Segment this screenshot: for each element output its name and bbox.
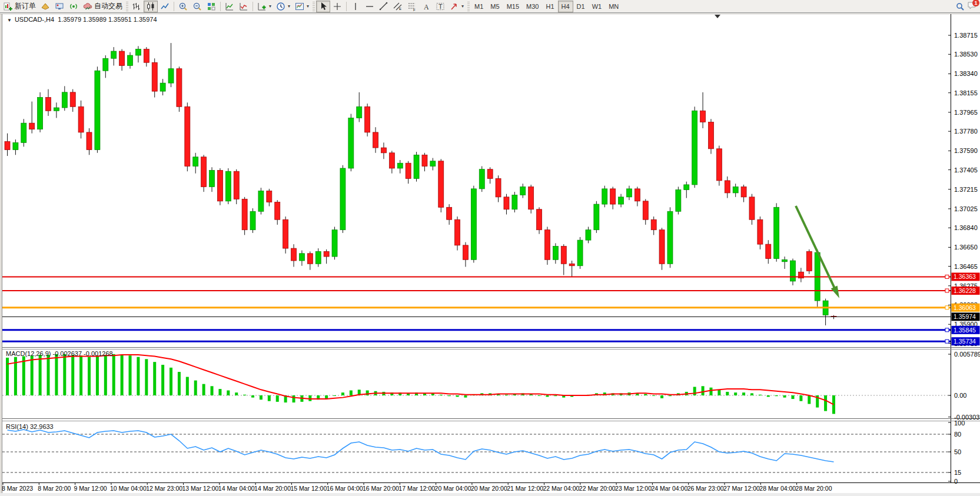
panel-borders <box>0 14 980 496</box>
price-line-support-blue-2[interactable]: 1.35734 <box>2 337 980 345</box>
search-icon <box>955 2 965 11</box>
chevron-down-icon: ▾ <box>288 4 290 9</box>
fibonacci-tool-button[interactable]: F <box>405 1 419 12</box>
vertical-line-icon <box>351 2 360 11</box>
timeframe-h4-button[interactable]: H4 <box>558 1 573 12</box>
horizontal-line-tool-button[interactable] <box>363 1 377 12</box>
time-axis-label: 15 Mar 12:00 <box>290 485 327 492</box>
history-center-button[interactable] <box>38 1 52 12</box>
auto-scroll-icon <box>225 2 234 11</box>
time-axis-label: 22 Mar 04:00 <box>543 485 580 492</box>
svg-text:E: E <box>399 7 401 11</box>
timeframe-m15-button[interactable]: M15 <box>503 1 523 12</box>
price-tick-label: 1.38530 <box>954 51 978 58</box>
price-tick-label: 1.37965 <box>954 109 978 116</box>
price-tick-label: 1.38715 <box>954 32 978 39</box>
bar-chart-button[interactable] <box>129 1 144 12</box>
macd-panel: 0.0057890.00-0.003039 <box>2 351 980 421</box>
signals-button[interactable] <box>67 1 81 12</box>
arrow-tool-icon <box>450 2 459 11</box>
tile-windows-button[interactable] <box>204 1 218 12</box>
time-axis-label: 26 Mar 23:00 <box>687 485 724 492</box>
ohlc-values: 1.35979 1.35989 1.35951 1.35974 <box>58 16 157 23</box>
candles <box>5 43 836 325</box>
svg-text:1.35845: 1.35845 <box>954 327 976 334</box>
rsi-label: RSI(14) <box>6 423 28 430</box>
timeframe-mn-button[interactable]: MN <box>605 1 622 12</box>
time-axis-label: 24 Mar 04:00 <box>651 485 687 492</box>
arrows-tool-button[interactable]: ▾ <box>447 1 466 12</box>
chevron-down-icon: ▾ <box>461 4 464 9</box>
line-handle[interactable] <box>945 289 949 292</box>
text-tool-button[interactable]: A <box>419 1 433 12</box>
line-handle[interactable] <box>945 275 949 278</box>
equidistant-channel-icon: E <box>393 2 403 11</box>
price-line-support-orange[interactable]: 1.36063 <box>2 304 980 312</box>
new-order-button[interactable]: 新订单 <box>1 1 38 12</box>
toolbar-grip <box>313 2 315 11</box>
vertical-line-tool-button[interactable] <box>348 1 363 12</box>
text-icon: A <box>421 2 431 11</box>
svg-text:1.35974: 1.35974 <box>954 313 976 320</box>
rsi-scale-label: 15 <box>954 469 961 476</box>
market-watch-button[interactable] <box>52 1 67 12</box>
price-line-support-blue-1[interactable]: 1.35845 <box>2 326 980 334</box>
zoom-in-icon <box>178 2 188 11</box>
svg-text:F: F <box>413 8 416 11</box>
periods-menu-button[interactable]: ▾ <box>274 1 293 12</box>
autotrading-label: 自动交易 <box>94 1 122 11</box>
line-chart-button[interactable] <box>158 1 172 12</box>
candlestick-chart-button[interactable] <box>144 1 158 12</box>
price-tick-label: 1.37590 <box>954 147 978 154</box>
zoom-out-button[interactable] <box>190 1 204 12</box>
line-handle[interactable] <box>945 339 949 343</box>
notification-badge: 1 <box>972 0 979 6</box>
price-tick-label: 1.36840 <box>954 224 978 231</box>
chart-title: ▼USDCAD-,H4 1.35979 1.35989 1.35951 1.35… <box>7 16 157 23</box>
cursor-tool-button[interactable] <box>316 1 330 12</box>
text-label-tool-button[interactable]: T <box>433 1 447 12</box>
time-axis-label: 21 Mar 12:00 <box>507 485 543 492</box>
time-axis-label: 27 Mar 12:00 <box>723 485 760 492</box>
toolbar-grip <box>467 2 470 11</box>
chart-shift-button[interactable] <box>237 1 251 12</box>
trendline-tool-button[interactable] <box>377 1 391 12</box>
indicators-menu-button[interactable]: ▾ <box>255 1 274 12</box>
price-tick-label: 1.36465 <box>954 263 978 270</box>
time-axis-label: 16 Mar 04:00 <box>327 485 363 492</box>
timeframe-w1-button[interactable]: W1 <box>589 1 606 12</box>
timeframe-m5-button[interactable]: M5 <box>487 1 503 12</box>
collapse-triangle-icon[interactable]: ▼ <box>7 18 12 23</box>
time-axis-label: 17 Mar 12:00 <box>398 485 435 492</box>
search-button[interactable] <box>953 1 967 12</box>
svg-text:1.36228: 1.36228 <box>954 287 976 294</box>
templates-menu-button[interactable]: ▾ <box>293 1 311 12</box>
chat-button[interactable]: 1 <box>967 1 976 12</box>
zoom-out-icon <box>192 2 202 11</box>
timeframe-d1-button[interactable]: D1 <box>573 1 589 12</box>
price-tick-label: 1.37405 <box>954 167 978 174</box>
timeframe-h1-button[interactable]: H1 <box>542 1 557 12</box>
crosshair-icon <box>333 2 342 11</box>
line-handle[interactable] <box>945 328 949 332</box>
toolbar-separator <box>220 2 221 11</box>
time-axis-label: 13 Mar 12:00 <box>182 485 219 492</box>
timeframe-m1-button[interactable]: M1 <box>471 1 487 12</box>
time-axis-label: 14 Mar 04:00 <box>218 485 255 492</box>
time-axis-label: 28 Mar 04:00 <box>759 485 796 492</box>
toolbar-grip <box>126 2 128 11</box>
autotrading-button[interactable]: 自动交易 <box>81 1 125 12</box>
zoom-in-button[interactable] <box>176 1 190 12</box>
price-tick-label: 1.37780 <box>954 128 978 135</box>
time-axis-label: 23 Mar 12:00 <box>615 485 652 492</box>
timeframe-m30-button[interactable]: M30 <box>523 1 542 12</box>
chart-shift-marker[interactable] <box>715 15 720 18</box>
time-axis-label: 12 Mar 23:00 <box>146 485 182 492</box>
crosshair-tool-button[interactable] <box>330 1 344 12</box>
price-tick-label: 1.37215 <box>954 186 978 193</box>
line-handle[interactable] <box>945 306 949 309</box>
price-line-resistance-1[interactable]: 1.36363 <box>2 272 980 281</box>
channel-tool-button[interactable]: E <box>391 1 405 12</box>
auto-scroll-button[interactable] <box>222 1 237 12</box>
trendline-icon <box>379 2 388 11</box>
